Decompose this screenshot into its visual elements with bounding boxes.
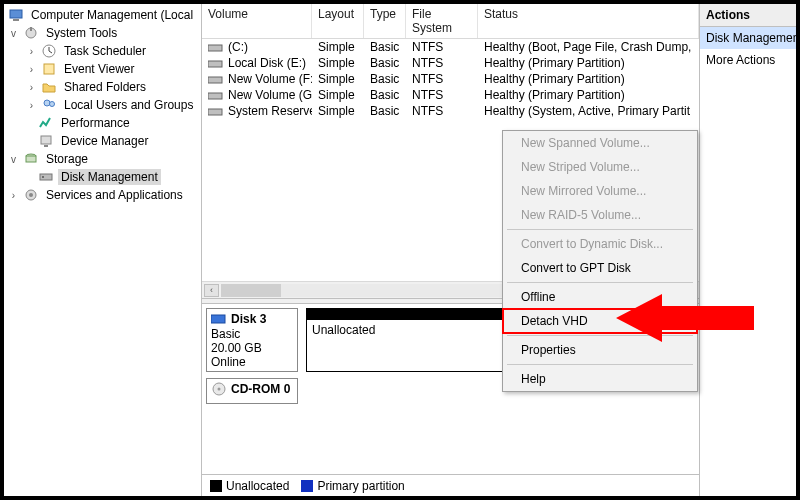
svg-point-13 — [42, 176, 44, 178]
actions-more-actions[interactable]: More Actions — [700, 49, 796, 71]
annotation-arrow-icon — [616, 290, 756, 349]
col-file-system[interactable]: File System — [406, 4, 478, 38]
svg-point-23 — [218, 388, 221, 391]
volume-row[interactable]: Local Disk (E:) Simple Basic NTFS Health… — [202, 55, 699, 71]
services-icon — [23, 187, 39, 203]
chevron-right-icon[interactable]: › — [26, 46, 37, 57]
tree-event-viewer[interactable]: › Event Viewer — [4, 60, 201, 78]
event-icon — [41, 61, 57, 77]
chevron-right-icon[interactable]: › — [26, 100, 37, 111]
col-layout[interactable]: Layout — [312, 4, 364, 38]
volume-icon — [208, 75, 224, 85]
tree-storage[interactable]: v Storage — [4, 150, 201, 168]
menu-new-raid5: New RAID-5 Volume... — [503, 203, 697, 227]
disk-blue-icon — [211, 311, 227, 327]
menu-new-spanned: New Spanned Volume... — [503, 131, 697, 155]
svg-rect-19 — [208, 93, 222, 99]
performance-icon — [38, 115, 54, 131]
volume-icon — [208, 43, 224, 53]
menu-convert-dynamic: Convert to Dynamic Disk... — [503, 232, 697, 256]
svg-rect-1 — [13, 19, 19, 21]
disk-icon — [38, 169, 54, 185]
folder-share-icon — [41, 79, 57, 95]
menu-separator — [507, 229, 693, 230]
disk-header[interactable]: CD-ROM 0 — [206, 378, 298, 404]
tree-device-manager[interactable]: Device Manager — [4, 132, 201, 150]
chevron-down-icon[interactable]: v — [8, 154, 19, 165]
svg-rect-11 — [26, 156, 36, 162]
legend-unallocated: Unallocated — [210, 479, 289, 493]
disk-size: 20.00 GB — [211, 341, 293, 355]
legend: Unallocated Primary partition — [202, 474, 699, 496]
tree-performance[interactable]: Performance — [4, 114, 201, 132]
content-pane: Volume Layout Type File System Status (C… — [202, 4, 700, 496]
menu-new-mirrored: New Mirrored Volume... — [503, 179, 697, 203]
svg-rect-3 — [30, 27, 32, 31]
scroll-left-icon[interactable]: ‹ — [204, 284, 219, 297]
actions-disk-management[interactable]: Disk Management — [700, 27, 796, 49]
svg-rect-16 — [208, 45, 222, 51]
volume-row[interactable]: New Volume (F:) Simple Basic NTFS Health… — [202, 71, 699, 87]
tree-system-tools[interactable]: v System Tools — [4, 24, 201, 42]
cdrom-icon — [211, 381, 227, 397]
scroll-thumb[interactable] — [221, 284, 281, 297]
swatch-blue-icon — [301, 480, 313, 492]
svg-marker-24 — [616, 294, 754, 342]
volume-row[interactable]: (C:) Simple Basic NTFS Healthy (Boot, Pa… — [202, 39, 699, 55]
chevron-right-icon[interactable]: › — [8, 190, 19, 201]
svg-point-15 — [29, 193, 33, 197]
volume-icon — [208, 59, 224, 69]
svg-rect-5 — [44, 64, 54, 74]
disk-type: Basic — [211, 327, 293, 341]
clock-icon — [41, 43, 57, 59]
menu-help[interactable]: Help — [503, 367, 697, 391]
legend-primary: Primary partition — [301, 479, 404, 493]
svg-rect-12 — [40, 174, 52, 180]
svg-rect-9 — [44, 145, 48, 147]
col-type[interactable]: Type — [364, 4, 406, 38]
svg-rect-21 — [211, 315, 225, 323]
swatch-black-icon — [210, 480, 222, 492]
volume-header-row: Volume Layout Type File System Status — [202, 4, 699, 39]
computer-icon — [8, 7, 24, 23]
svg-rect-0 — [10, 10, 22, 18]
col-volume[interactable]: Volume — [202, 4, 312, 38]
wrench-icon — [23, 25, 39, 41]
svg-point-6 — [44, 100, 50, 106]
svg-rect-17 — [208, 61, 222, 67]
menu-convert-gpt[interactable]: Convert to GPT Disk — [503, 256, 697, 280]
tree-root[interactable]: Computer Management (Local — [4, 6, 201, 24]
tree-task-scheduler[interactable]: › Task Scheduler — [4, 42, 201, 60]
volume-icon — [208, 107, 224, 117]
tree-services-apps[interactable]: › Services and Applications — [4, 186, 201, 204]
tree-disk-management[interactable]: Disk Management — [4, 168, 201, 186]
actions-header: Actions — [700, 4, 796, 27]
chevron-right-icon[interactable]: › — [26, 64, 37, 75]
disk-state: Online — [211, 355, 293, 369]
actions-pane: Actions Disk Management More Actions — [700, 4, 796, 496]
menu-separator — [507, 282, 693, 283]
storage-icon — [23, 151, 39, 167]
col-status[interactable]: Status — [478, 4, 699, 38]
svg-rect-18 — [208, 77, 222, 83]
volume-list: Volume Layout Type File System Status (C… — [202, 4, 699, 119]
device-icon — [38, 133, 54, 149]
nav-tree-pane: Computer Management (Local v System Tool… — [4, 4, 202, 496]
volume-icon — [208, 91, 224, 101]
menu-separator — [507, 364, 693, 365]
tree-shared-folders[interactable]: › Shared Folders — [4, 78, 201, 96]
svg-point-7 — [50, 102, 55, 107]
tree-local-users[interactable]: › Local Users and Groups — [4, 96, 201, 114]
chevron-down-icon[interactable]: v — [8, 28, 19, 39]
disk-context-menu: New Spanned Volume... New Striped Volume… — [502, 130, 698, 392]
svg-rect-20 — [208, 109, 222, 115]
volume-row[interactable]: New Volume (G:) Simple Basic NTFS Health… — [202, 87, 699, 103]
chevron-right-icon[interactable]: › — [26, 82, 37, 93]
svg-rect-8 — [41, 136, 51, 144]
users-icon — [41, 97, 57, 113]
volume-row[interactable]: System Reserved Simple Basic NTFS Health… — [202, 103, 699, 119]
menu-new-striped: New Striped Volume... — [503, 155, 697, 179]
disk-header[interactable]: Disk 3 Basic 20.00 GB Online — [206, 308, 298, 372]
